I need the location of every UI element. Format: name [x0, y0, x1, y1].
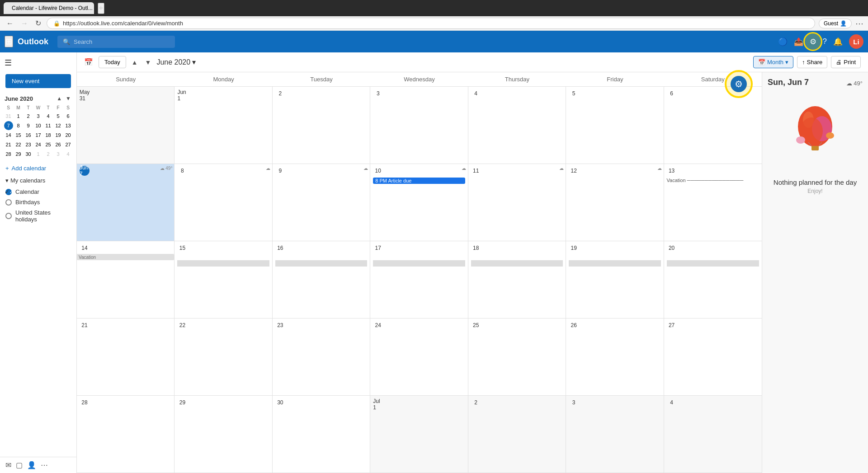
notifications-icon[interactable]: 🔔	[833, 37, 843, 47]
mini-day-6[interactable]: 6	[64, 112, 73, 121]
cell-jun6[interactable]: 6	[664, 87, 762, 164]
calendar-item-calendar[interactable]: ✓ Calendar	[0, 187, 76, 197]
mini-day-jul3[interactable]: 3	[54, 150, 63, 159]
mini-day-17[interactable]: 17	[34, 131, 43, 140]
cell-jun19[interactable]: 19	[566, 241, 664, 318]
cell-jun15[interactable]: 15	[175, 241, 272, 318]
new-tab-button[interactable]: +	[98, 3, 104, 14]
cell-jun9[interactable]: 9 ☁	[273, 164, 370, 241]
mini-day-27[interactable]: 27	[64, 140, 73, 149]
mini-day-11[interactable]: 11	[44, 121, 53, 130]
mini-day-3[interactable]: 3	[34, 112, 43, 121]
my-calendars-header[interactable]: ▾ My calendars	[0, 174, 76, 187]
mini-cal-next[interactable]: ▼	[65, 94, 72, 103]
cell-jun14[interactable]: 14 Vacation	[77, 241, 175, 318]
cell-jun28[interactable]: 28	[77, 396, 175, 473]
cell-jun3[interactable]: 3	[370, 87, 468, 164]
mini-day-26[interactable]: 26	[54, 140, 63, 149]
mini-day-12[interactable]: 12	[54, 121, 63, 130]
cell-jun18[interactable]: 18	[468, 241, 566, 318]
cell-jul4[interactable]: 4	[664, 396, 762, 473]
month-label[interactable]: June 2020 ▾	[156, 58, 196, 66]
mini-day-7[interactable]: 7	[4, 121, 13, 130]
mail-icon[interactable]: ✉	[5, 461, 11, 469]
people-icon[interactable]: 👤	[27, 461, 36, 469]
calendar-item-holidays[interactable]: United States holidays	[0, 207, 76, 225]
mini-day-23[interactable]: 23	[24, 140, 33, 149]
url-bar[interactable]: 🔒 https://outlook.live.com/calendar/0/vi…	[47, 18, 815, 29]
refresh-button[interactable]: ↻	[33, 18, 43, 28]
mini-day-15[interactable]: 15	[14, 131, 23, 140]
mini-day-25[interactable]: 25	[44, 140, 53, 149]
cell-jun17[interactable]: 17	[370, 241, 468, 318]
cell-jun4[interactable]: 4	[468, 87, 566, 164]
cell-jul3[interactable]: 3	[566, 396, 664, 473]
cell-jun22[interactable]: 22	[175, 318, 272, 395]
mini-day-21[interactable]: 21	[4, 140, 13, 149]
back-button[interactable]: ←	[5, 19, 15, 28]
new-event-button[interactable]: New event	[5, 74, 71, 88]
cell-jun20[interactable]: 20	[664, 241, 762, 318]
cell-jun5[interactable]: 5	[566, 87, 664, 164]
cell-jun16[interactable]: 16	[273, 241, 370, 318]
cell-jun25[interactable]: 25	[468, 318, 566, 395]
mini-day-4[interactable]: 4	[44, 112, 53, 121]
today-button[interactable]: Today	[99, 56, 126, 68]
mini-day-14[interactable]: 14	[4, 131, 13, 140]
active-tab[interactable]: Calendar - Lifewire Demo - Outl... ✕	[4, 2, 94, 14]
cell-jul1[interactable]: Jul 1	[370, 396, 468, 473]
mini-day-1[interactable]: 1	[14, 112, 23, 121]
cell-jun26[interactable]: 26	[566, 318, 664, 395]
cell-jun2[interactable]: 2	[273, 87, 370, 164]
send-icon[interactable]: 📤	[794, 37, 803, 47]
prev-month-button[interactable]: ▲	[130, 58, 140, 67]
next-month-button[interactable]: ▼	[143, 58, 153, 67]
cell-jun27[interactable]: 27	[664, 318, 762, 395]
mini-day-jul4[interactable]: 4	[64, 150, 73, 159]
mini-day-22[interactable]: 22	[14, 140, 23, 149]
more-apps-icon[interactable]: ⋯	[41, 461, 48, 469]
skype-icon[interactable]: 🔵	[778, 37, 788, 47]
cell-jun8[interactable]: 8 ☁	[175, 164, 272, 241]
help-icon[interactable]: ?	[823, 37, 827, 46]
search-box[interactable]: 🔍	[57, 36, 175, 48]
more-button[interactable]: ⋯	[855, 19, 863, 28]
mini-day-24[interactable]: 24	[34, 140, 43, 149]
mini-day-18[interactable]: 18	[44, 131, 53, 140]
guest-button[interactable]: Guest 👤	[819, 19, 852, 28]
mini-day-28[interactable]: 28	[4, 150, 13, 159]
mini-day-19[interactable]: 19	[54, 131, 63, 140]
settings-icon[interactable]: ⚙	[810, 37, 816, 47]
waffle-menu-button[interactable]: ⊞	[5, 36, 13, 47]
mini-day-9[interactable]: 9	[24, 121, 33, 130]
mini-day-2[interactable]: 2	[24, 112, 33, 121]
mini-cal-prev[interactable]: ▲	[56, 94, 63, 103]
forward-button[interactable]: →	[19, 19, 30, 28]
cell-jun21[interactable]: 21	[77, 318, 175, 395]
calendar-icon[interactable]: ▢	[16, 461, 23, 469]
cell-may31[interactable]: May 31	[77, 87, 175, 164]
cell-jun13[interactable]: 13 Vacation ────────────────	[664, 164, 762, 241]
cell-jun1[interactable]: Jun 1	[175, 87, 272, 164]
hamburger-menu-button[interactable]: ☰	[0, 56, 16, 70]
add-calendar-button[interactable]: + Add calendar	[0, 162, 76, 174]
user-avatar[interactable]: Li	[849, 34, 863, 49]
mini-day-8[interactable]: 8	[14, 121, 23, 130]
mini-day-16[interactable]: 16	[24, 131, 33, 140]
event-article-due[interactable]: 8 PM Article due	[373, 178, 465, 184]
mini-day-29[interactable]: 29	[14, 150, 23, 159]
mini-day-5[interactable]: 5	[54, 112, 63, 121]
mini-day-jul2[interactable]: 2	[44, 150, 53, 159]
mini-day-13[interactable]: 13	[64, 121, 73, 130]
cell-jun24[interactable]: 24	[370, 318, 468, 395]
mini-day-30[interactable]: 30	[24, 150, 33, 159]
gear-circle-button[interactable]: ⚙	[731, 76, 747, 92]
cell-jun12[interactable]: 12 ☁	[566, 164, 664, 241]
mini-day-31[interactable]: 31	[4, 112, 13, 121]
mini-day-10[interactable]: 10	[34, 121, 43, 130]
mini-day-20[interactable]: 20	[64, 131, 73, 140]
mini-day-jul1[interactable]: 1	[34, 150, 43, 159]
cell-jun30[interactable]: 30	[273, 396, 370, 473]
month-view-button[interactable]: 📅 Month ▾	[753, 56, 793, 68]
search-input[interactable]	[74, 38, 170, 45]
